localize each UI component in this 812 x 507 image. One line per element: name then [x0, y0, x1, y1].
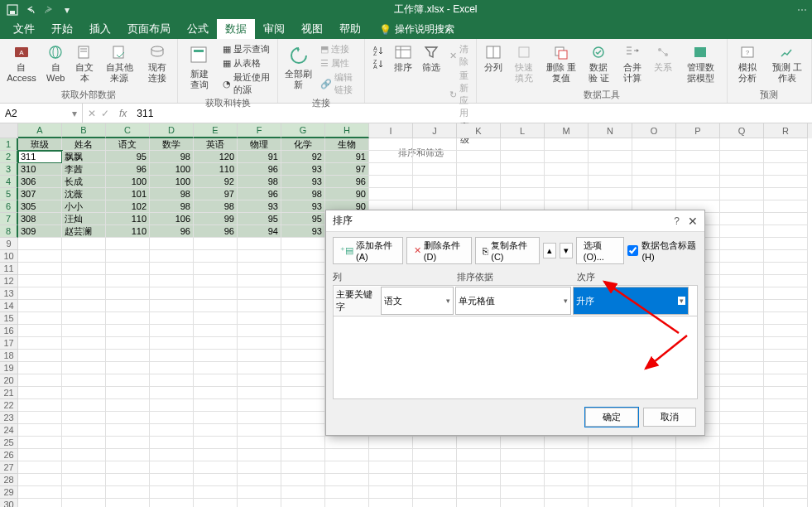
filter-button[interactable]: 筛选 [418, 42, 444, 75]
cell[interactable] [764, 138, 808, 151]
cell[interactable]: 93 [281, 163, 325, 176]
column-header[interactable]: M [545, 123, 589, 138]
row-header[interactable]: 9 [0, 238, 18, 250]
cell[interactable] [764, 238, 808, 250]
cell[interactable] [369, 461, 413, 474]
cell[interactable] [457, 188, 501, 200]
cell[interactable] [413, 138, 457, 151]
cell[interactable] [194, 263, 238, 275]
cell[interactable] [720, 138, 764, 151]
cell[interactable] [281, 362, 325, 374]
enter-icon[interactable]: ✓ [101, 108, 109, 119]
tab-data[interactable]: 数据 [217, 19, 255, 39]
cell[interactable] [194, 399, 238, 412]
cell[interactable] [18, 399, 62, 412]
cell[interactable] [150, 449, 194, 461]
close-icon[interactable]: ✕ [688, 215, 698, 228]
cell[interactable] [325, 461, 369, 474]
cell[interactable] [18, 449, 62, 461]
row-header[interactable]: 5 [0, 188, 18, 200]
column-header[interactable]: K [457, 123, 501, 138]
cell[interactable] [545, 486, 589, 499]
column-header[interactable]: L [501, 123, 545, 138]
column-header[interactable]: H [325, 123, 369, 138]
ok-button[interactable]: 确定 [585, 408, 638, 427]
forecast-sheet-button[interactable]: 预测 工作表 [766, 42, 808, 85]
cell[interactable] [106, 263, 150, 275]
cell[interactable] [281, 387, 325, 399]
cell[interactable] [764, 213, 808, 225]
cell[interactable] [281, 449, 325, 461]
row-header[interactable]: 27 [0, 461, 18, 474]
cell[interactable] [281, 238, 325, 250]
row-header[interactable]: 17 [0, 337, 18, 350]
cell[interactable]: 语文 [106, 138, 150, 151]
cell[interactable] [194, 461, 238, 474]
cell[interactable]: 98 [150, 200, 194, 213]
cell[interactable] [764, 486, 808, 499]
cell[interactable] [632, 449, 676, 461]
sort-order-combo[interactable]: 升序▾ [573, 287, 689, 315]
cell[interactable] [764, 374, 808, 387]
sort-button[interactable]: 排序 [390, 42, 416, 75]
cell[interactable] [720, 238, 764, 250]
cell[interactable] [369, 151, 413, 163]
cell[interactable] [720, 399, 764, 412]
cell[interactable] [150, 287, 194, 300]
cell[interactable] [764, 474, 808, 486]
cell[interactable] [18, 387, 62, 399]
cell[interactable] [194, 499, 238, 507]
cell[interactable] [18, 461, 62, 474]
cell[interactable] [238, 412, 281, 424]
cancel-button[interactable]: 取消 [643, 408, 696, 427]
cell[interactable]: 98 [194, 200, 238, 213]
cell[interactable] [194, 449, 238, 461]
cell[interactable] [501, 499, 545, 507]
cell[interactable] [106, 287, 150, 300]
cell[interactable] [106, 461, 150, 474]
cell[interactable] [150, 312, 194, 325]
cell[interactable]: 95 [106, 151, 150, 163]
cell[interactable] [281, 437, 325, 449]
cell[interactable] [106, 350, 150, 362]
copy-condition-button[interactable]: ⎘复制条件(C) [475, 237, 540, 264]
cell[interactable] [676, 437, 720, 449]
cell[interactable] [720, 176, 764, 188]
cell[interactable] [676, 461, 720, 474]
row-header[interactable]: 4 [0, 176, 18, 188]
cell[interactable] [720, 151, 764, 163]
cell[interactable] [676, 138, 720, 151]
column-header[interactable]: Q [720, 123, 764, 138]
cell[interactable] [106, 424, 150, 437]
cell[interactable] [764, 176, 808, 188]
cell[interactable]: 93 [281, 200, 325, 213]
cell[interactable] [106, 312, 150, 325]
cell[interactable]: 物理 [238, 138, 281, 151]
cell[interactable] [720, 300, 764, 312]
cell[interactable] [369, 176, 413, 188]
cell[interactable] [501, 176, 545, 188]
data-validation-button[interactable]: 数据验 证 [583, 42, 616, 85]
cell[interactable] [501, 151, 545, 163]
cell[interactable]: 李茜 [62, 163, 106, 176]
cell[interactable] [501, 188, 545, 200]
save-icon[interactable] [5, 2, 20, 17]
cell[interactable] [281, 424, 325, 437]
cell[interactable] [764, 499, 808, 507]
cell[interactable] [632, 176, 676, 188]
cell[interactable] [194, 350, 238, 362]
cell[interactable] [281, 474, 325, 486]
cell[interactable] [589, 449, 632, 461]
cell[interactable] [720, 250, 764, 263]
cell[interactable] [369, 163, 413, 176]
cell[interactable] [106, 399, 150, 412]
cell[interactable]: 102 [106, 200, 150, 213]
cell[interactable] [720, 387, 764, 399]
row-header[interactable]: 21 [0, 387, 18, 399]
cell[interactable] [150, 437, 194, 449]
cell[interactable] [720, 437, 764, 449]
move-up-button[interactable]: ▴ [543, 243, 556, 258]
cell[interactable] [325, 449, 369, 461]
cell[interactable] [632, 138, 676, 151]
row-header[interactable]: 16 [0, 325, 18, 337]
